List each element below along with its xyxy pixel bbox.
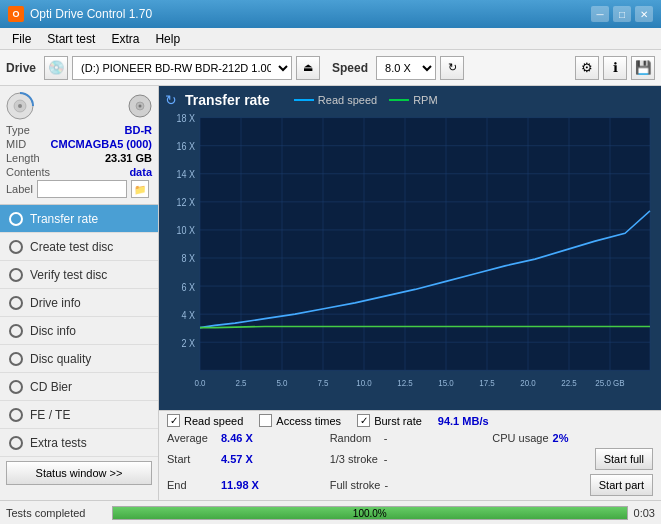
full-stroke-value: -: [384, 479, 388, 491]
one-third-label: 1/3 stroke: [330, 453, 380, 465]
sidebar: Type BD-R MID CMCMAGBA5 (000) Length 23.…: [0, 86, 159, 500]
minimize-button[interactable]: ─: [591, 6, 609, 22]
nav-label: Transfer rate: [30, 212, 98, 226]
app-title: Opti Drive Control 1.70: [30, 7, 152, 21]
random-stat: Random -: [330, 432, 491, 444]
info-icon-btn[interactable]: ℹ: [603, 56, 627, 80]
svg-text:5.0: 5.0: [276, 378, 287, 389]
fe-te-icon: [8, 407, 24, 423]
start-full-button[interactable]: Start full: [595, 448, 653, 470]
nav-label: Verify test disc: [30, 268, 107, 282]
sidebar-item-fe-te[interactable]: FE / TE: [0, 401, 158, 429]
burst-rate-value: 94.1 MB/s: [438, 415, 489, 427]
sidebar-item-cd-bier[interactable]: CD Bier: [0, 373, 158, 401]
disc-panel: Type BD-R MID CMCMAGBA5 (000) Length 23.…: [0, 86, 158, 205]
sidebar-item-disc-quality[interactable]: Disc quality: [0, 345, 158, 373]
chart-title-bar: ↻ Transfer rate Read speed RPM: [165, 92, 655, 108]
svg-text:8 X: 8 X: [182, 253, 196, 265]
sidebar-item-create-test-disc[interactable]: Create test disc: [0, 233, 158, 261]
one-third-value: -: [384, 453, 388, 465]
access-times-checkbox[interactable]: Access times: [259, 414, 341, 427]
end-label: End: [167, 479, 217, 491]
svg-text:12.5: 12.5: [397, 378, 413, 389]
chart-legend: Read speed RPM: [294, 94, 438, 106]
disc-info-icon: [8, 323, 24, 339]
cpu-label: CPU usage: [492, 432, 548, 444]
label-input[interactable]: [37, 180, 127, 198]
speed-label: Speed: [332, 61, 368, 75]
nav-label: CD Bier: [30, 380, 72, 394]
status-text: Tests completed: [6, 507, 106, 519]
sidebar-item-transfer-rate[interactable]: Transfer rate: [0, 205, 158, 233]
svg-text:12 X: 12 X: [177, 197, 196, 209]
window-controls: ─ □ ✕: [591, 6, 653, 22]
create-test-icon: [8, 239, 24, 255]
menu-file[interactable]: File: [4, 30, 39, 48]
svg-text:10 X: 10 X: [177, 225, 196, 237]
svg-text:17.5: 17.5: [479, 378, 495, 389]
svg-text:15.0: 15.0: [438, 378, 454, 389]
menu-help[interactable]: Help: [147, 30, 188, 48]
close-button[interactable]: ✕: [635, 6, 653, 22]
svg-text:18 X: 18 X: [177, 113, 196, 125]
svg-text:2.5: 2.5: [235, 378, 246, 389]
drive-icon-btn[interactable]: 💿: [44, 56, 68, 80]
cpu-stat: CPU usage 2%: [492, 432, 653, 444]
save-icon-btn[interactable]: 💾: [631, 56, 655, 80]
title-bar: O Opti Drive Control 1.70 ─ □ ✕: [0, 0, 661, 28]
disc-length-row: Length 23.31 GB: [6, 152, 152, 164]
label-folder-btn[interactable]: 📁: [131, 180, 149, 198]
stats-grid-row1: Average 8.46 X Random - CPU usage 2%: [159, 430, 661, 446]
start-label: Start: [167, 453, 217, 465]
length-value: 23.31 GB: [105, 152, 152, 164]
stats-grid-row3: End 11.98 X Full stroke - Start part: [159, 472, 661, 500]
menu-bar: File Start test Extra Help: [0, 28, 661, 50]
burst-rate-checkbox[interactable]: Burst rate: [357, 414, 422, 427]
status-window-button[interactable]: Status window >>: [6, 461, 152, 485]
burst-rate-cb-label: Burst rate: [374, 415, 422, 427]
nav-label: Create test disc: [30, 240, 113, 254]
extra-tests-icon: [8, 435, 24, 451]
burst-rate-check: [357, 414, 370, 427]
refresh-button[interactable]: ↻: [440, 56, 464, 80]
random-value: -: [384, 432, 388, 444]
nav-label: Disc quality: [30, 352, 91, 366]
menu-start-test[interactable]: Start test: [39, 30, 103, 48]
chart-area: ↻ Transfer rate Read speed RPM: [159, 86, 661, 410]
disc-small-icon: [128, 94, 152, 118]
drive-info-icon: [8, 295, 24, 311]
speed-select[interactable]: 8.0 X: [376, 56, 436, 80]
settings-icon-btn[interactable]: ⚙: [575, 56, 599, 80]
drive-label: Drive: [6, 61, 36, 75]
full-stroke-label: Full stroke: [330, 479, 381, 491]
average-value: 8.46 X: [221, 432, 261, 444]
cpu-value: 2%: [553, 432, 593, 444]
drive-select[interactable]: (D:) PIONEER BD-RW BDR-212D 1.00: [72, 56, 292, 80]
svg-text:10.0: 10.0: [356, 378, 372, 389]
start-part-button[interactable]: Start part: [590, 474, 653, 496]
read-speed-checkbox[interactable]: Read speed: [167, 414, 243, 427]
start-stat: Start 4.57 X: [167, 453, 328, 465]
nav-items: Transfer rate Create test disc Verify te…: [0, 205, 158, 457]
eject-button[interactable]: ⏏: [296, 56, 320, 80]
menu-extra[interactable]: Extra: [103, 30, 147, 48]
svg-text:14 X: 14 X: [177, 169, 196, 181]
svg-text:25.0 GB: 25.0 GB: [595, 378, 625, 389]
sidebar-item-disc-info[interactable]: Disc info: [0, 317, 158, 345]
chart-svg: 18 X 16 X 14 X 12 X 10 X 8 X 6 X 4 X 2 X…: [165, 112, 655, 404]
nav-label: FE / TE: [30, 408, 70, 422]
maximize-button[interactable]: □: [613, 6, 631, 22]
sidebar-item-verify-test-disc[interactable]: Verify test disc: [0, 261, 158, 289]
sidebar-item-extra-tests[interactable]: Extra tests: [0, 429, 158, 457]
contents-label: Contents: [6, 166, 50, 178]
stats-grid-row2: Start 4.57 X 1/3 stroke - Start full: [159, 446, 661, 472]
legend-read-speed: Read speed: [294, 94, 377, 106]
legend-read-speed-label: Read speed: [318, 94, 377, 106]
sidebar-item-drive-info[interactable]: Drive info: [0, 289, 158, 317]
nav-label: Disc info: [30, 324, 76, 338]
svg-text:20.0: 20.0: [520, 378, 536, 389]
right-panel: ↻ Transfer rate Read speed RPM: [159, 86, 661, 500]
svg-text:22.5: 22.5: [561, 378, 577, 389]
mid-value: CMCMAGBA5 (000): [51, 138, 152, 150]
disc-icon: [6, 92, 34, 120]
